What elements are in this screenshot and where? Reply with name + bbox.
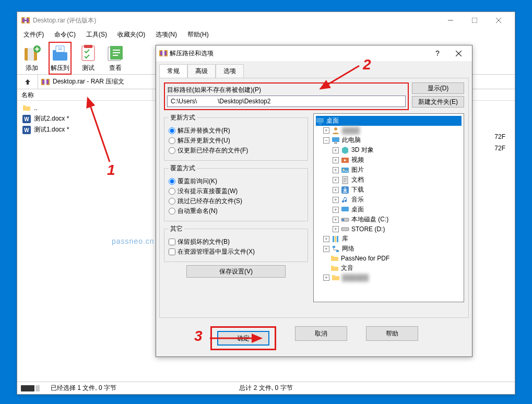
tree-videos[interactable]: +视频 [316, 155, 462, 165]
radio-update[interactable]: 解压并更新文件(U) [169, 136, 303, 145]
tree-3d-objects[interactable]: +3D 对象 [316, 145, 462, 155]
new-folder-button[interactable]: 新建文件夹(E) [412, 96, 464, 108]
disk-icon [341, 216, 349, 224]
expand-icon[interactable]: + [333, 197, 339, 203]
toolbar-view[interactable]: 查看 [105, 44, 126, 73]
toolbar-view-label: 查看 [109, 64, 122, 73]
save-settings-button[interactable]: 保存设置(V) [186, 265, 286, 278]
tree-desktop[interactable]: 桌面 [316, 116, 462, 126]
winrar-icon [159, 49, 168, 57]
svg-rect-20 [44, 79, 46, 85]
collapse-icon[interactable]: − [323, 137, 329, 144]
close-button[interactable] [487, 12, 511, 29]
expand-icon[interactable]: + [333, 167, 339, 173]
file-suffix: 72F [494, 133, 505, 140]
menu-options[interactable]: 选项(N) [152, 29, 180, 40]
tree-this-pc[interactable]: −此电脑 [316, 135, 462, 145]
tree-downloads[interactable]: +下载 [316, 185, 462, 195]
tree-blurred[interactable]: +██████ [316, 273, 462, 282]
folder-up-icon [22, 104, 31, 112]
menu-favorites[interactable]: 收藏夹(O) [114, 29, 148, 40]
svg-rect-35 [332, 137, 339, 142]
expand-icon[interactable]: + [333, 217, 339, 223]
update-mode-group: 更新方式 解压并替换文件(R) 解压并更新文件(U) 仅更新已经存在的文件(F) [164, 113, 308, 161]
ok-button[interactable]: 确定 [217, 331, 269, 346]
disk-icon [341, 225, 349, 233]
tree-wenyin[interactable]: 文音 [316, 263, 462, 273]
svg-rect-49 [333, 246, 335, 248]
folder-tree[interactable]: 桌面 +████ −此电脑 +3D 对象 +视频 +图片 +文档 +下载 +音乐… [313, 113, 464, 302]
status-right: 总计 2 文件, 0 字节 [239, 384, 292, 393]
expand-icon[interactable]: + [333, 226, 339, 232]
menu-bar: 文件(F) 命令(C) 工具(S) 收藏夹(O) 选项(N) 帮助(H) [17, 29, 515, 40]
tab-advanced[interactable]: 高级 [187, 64, 216, 78]
tree-local-disk[interactable]: +本地磁盘 (C:) [316, 215, 462, 224]
col-name[interactable]: 名称 [17, 89, 153, 100]
tree-desktop-folder[interactable]: +桌面 [316, 205, 462, 215]
expand-icon[interactable]: + [333, 207, 339, 213]
overwrite-mode-legend: 覆盖方式 [169, 164, 197, 173]
tab-options[interactable]: 选项 [216, 64, 244, 78]
menu-help[interactable]: 帮助(H) [184, 29, 212, 40]
menu-file[interactable]: 文件(F) [20, 29, 47, 40]
expand-icon[interactable]: + [323, 275, 329, 281]
tree-passneo[interactable]: PassNeo for PDF [316, 254, 462, 263]
test-icon [79, 44, 98, 63]
music-icon [341, 196, 349, 204]
user-icon [332, 126, 340, 135]
radio-skip[interactable]: 跳过已经存在的文件(S) [169, 197, 303, 206]
expand-icon[interactable]: + [323, 246, 329, 252]
svg-rect-15 [84, 45, 92, 48]
expand-icon[interactable]: + [333, 147, 339, 153]
tab-general[interactable]: 常规 [159, 64, 187, 78]
tree-pictures[interactable]: +图片 [316, 165, 462, 175]
tree-user[interactable]: +████ [316, 126, 462, 135]
dest-path-input[interactable] [167, 96, 406, 107]
toolbar-extract[interactable]: 解压到 [49, 42, 72, 75]
radio-replace[interactable]: 解压并替换文件(R) [169, 126, 303, 135]
show-button[interactable]: 显示(D) [412, 82, 464, 94]
cancel-button[interactable]: 取消 [295, 326, 347, 341]
expand-icon[interactable]: + [323, 236, 329, 242]
radio-freshen[interactable]: 仅更新已经存在的文件(F) [169, 146, 303, 155]
pictures-icon [341, 166, 349, 174]
folder-icon [330, 264, 339, 272]
svg-rect-11 [53, 52, 67, 61]
radio-ask[interactable]: 覆盖前询问(K) [169, 177, 303, 186]
status-bar: 已经选择 1 文件, 0 字节 总计 2 文件, 0 字节 [17, 382, 515, 394]
expand-icon[interactable]: + [333, 177, 339, 183]
svg-text:W: W [24, 127, 29, 133]
help-button[interactable]: 帮助 [366, 326, 418, 341]
menu-commands[interactable]: 命令(C) [51, 29, 79, 40]
expand-icon[interactable]: + [333, 157, 339, 163]
library-icon [332, 235, 340, 243]
maximize-button[interactable] [463, 12, 487, 29]
tree-libraries[interactable]: +库 [316, 234, 462, 244]
expand-icon[interactable]: + [333, 187, 339, 193]
menu-tools[interactable]: 工具(S) [83, 29, 110, 40]
up-button[interactable] [17, 75, 38, 89]
desktop-icon [316, 117, 324, 125]
dialog-close-button[interactable] [448, 45, 469, 61]
check-explorer[interactable]: 在资源管理器中显示文件(X) [169, 247, 303, 256]
minimize-button[interactable] [439, 12, 463, 29]
main-title: Desktop.rar (评估版本) [33, 16, 439, 25]
tree-documents[interactable]: +文档 [316, 175, 462, 185]
documents-icon [341, 176, 349, 184]
dialog-titlebar: 解压路径和选项 ? [156, 45, 472, 61]
tree-music[interactable]: +音乐 [316, 195, 462, 205]
svg-rect-9 [28, 48, 34, 61]
dest-path-label: 目标路径(如果不存在将被创建)(P) [167, 86, 406, 94]
tree-network[interactable]: +网络 [316, 244, 462, 254]
dialog-tabs: 常规 高级 选项 [156, 61, 472, 78]
expand-icon[interactable]: + [323, 127, 329, 134]
folder-icon [330, 254, 339, 263]
svg-rect-33 [318, 123, 322, 124]
tree-store-disk[interactable]: +STORE (D:) [316, 224, 462, 234]
radio-silent[interactable]: 没有提示直接覆盖(W) [169, 187, 303, 196]
toolbar-test[interactable]: 测试 [78, 44, 99, 73]
dialog-help-button[interactable]: ? [427, 45, 448, 61]
toolbar-add[interactable]: 添加 [21, 44, 42, 73]
radio-rename[interactable]: 自动重命名(N) [169, 207, 303, 216]
check-keep-broken[interactable]: 保留损坏的文件(B) [169, 237, 303, 246]
